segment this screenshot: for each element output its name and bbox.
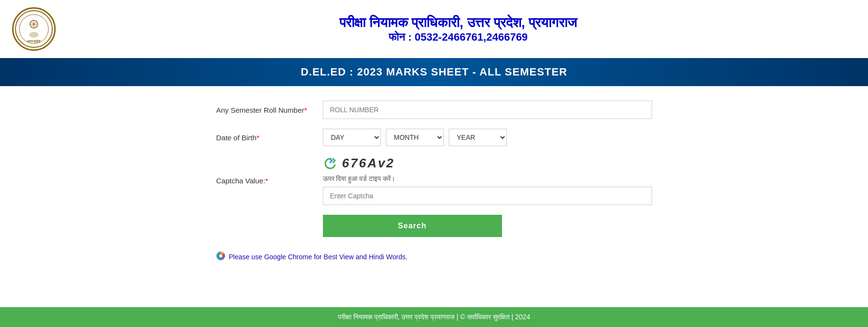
svg-point-1 — [19, 15, 48, 44]
roll-number-input[interactable] — [323, 101, 652, 119]
chrome-notice: Please use Google Chrome for Best View a… — [216, 252, 652, 262]
page-footer: परीक्षा नियामक प्राधिकारी, उत्तर प्रदेश … — [0, 307, 868, 327]
captcha-display: 676Av2 — [323, 156, 652, 171]
page-banner: D.EL.ED : 2023 MARKS SHEET - ALL SEMESTE… — [0, 58, 868, 86]
header-title: परीक्षा नियामक प्राधिकारी, उत्तर प्रदेश,… — [58, 15, 858, 31]
day-select[interactable]: DAY1234567891011121314151617181920212223… — [323, 129, 381, 146]
roll-number-row: Any Semester Roll Number* — [216, 101, 652, 119]
month-select[interactable]: MONTHJanuaryFebruaryMarchAprilMayJuneJul… — [386, 129, 444, 146]
header-phone: फोन : 0532-2466761,2466769 — [58, 31, 858, 44]
chrome-icon — [216, 252, 225, 262]
search-button[interactable]: Search — [323, 215, 502, 237]
chrome-notice-text: Please use Google Chrome for Best View a… — [229, 253, 408, 261]
footer-text: परीक्षा नियामक प्राधिकारी, उत्तर प्रदेश … — [338, 313, 530, 321]
captcha-label: Captcha Value:* — [216, 177, 323, 185]
svg-point-11 — [219, 254, 222, 257]
dob-selects: DAY1234567891011121314151617181920212223… — [323, 129, 652, 146]
dob-row: Date of Birth* DAY1234567891011121314151… — [216, 129, 652, 146]
dob-label: Date of Birth* — [216, 134, 323, 142]
banner-title: D.EL.ED : 2023 MARKS SHEET - ALL SEMESTE… — [301, 66, 567, 78]
search-button-row: Search — [216, 215, 652, 237]
roll-number-input-area — [323, 101, 652, 119]
logo-circle: उत्तर प्रदेश — [12, 7, 56, 51]
year-select[interactable]: YEAR202420232022202120202019201820172016… — [449, 129, 507, 146]
logo-container: उत्तर प्रदेश — [10, 5, 58, 53]
main-content: Any Semester Roll Number* Date of Birth*… — [0, 86, 868, 307]
dob-input-area: DAY1234567891011121314151617181920212223… — [323, 129, 652, 146]
svg-text:उत्तर प्रदेश: उत्तर प्रदेश — [27, 39, 41, 44]
header-text: परीक्षा नियामक प्राधिकारी, उत्तर प्रदेश,… — [58, 15, 858, 44]
refresh-icon[interactable] — [323, 156, 337, 171]
svg-point-7 — [29, 32, 39, 38]
roll-number-label: Any Semester Roll Number* — [216, 106, 323, 114]
captcha-text: 676Av2 — [342, 156, 395, 171]
form-container: Any Semester Roll Number* Date of Birth*… — [216, 101, 652, 262]
header: उत्तर प्रदेश परीक्षा नियामक प्राधिकारी, … — [0, 0, 868, 58]
captcha-input[interactable] — [323, 187, 652, 205]
captcha-row: Captcha Value:* 676Av2 ऊपर — [216, 156, 652, 205]
captcha-input-area: 676Av2 ऊपर दिया हुआ वर्ड टाइप करें। — [323, 156, 652, 205]
captcha-hint: ऊपर दिया हुआ वर्ड टाइप करें। — [323, 175, 652, 183]
captcha-content: 676Av2 ऊपर दिया हुआ वर्ड टाइप करें। — [323, 156, 652, 205]
search-button-area: Search — [323, 215, 652, 237]
logo-svg: उत्तर प्रदेश — [15, 10, 53, 48]
